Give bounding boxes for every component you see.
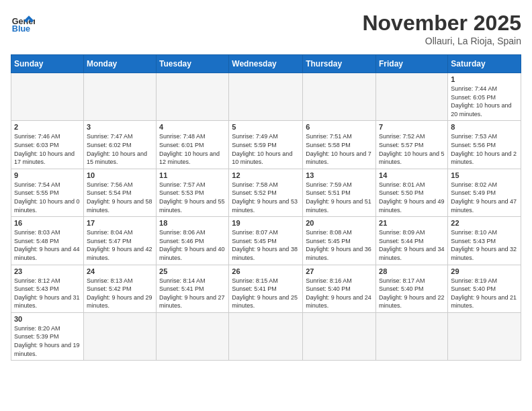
day-number: 13 [306, 171, 373, 179]
weekday-header-friday: Friday [376, 55, 448, 73]
calendar-cell [376, 312, 448, 360]
calendar-cell: 8Sunrise: 7:53 AM Sunset: 5:56 PM Daylig… [448, 121, 521, 169]
day-number: 22 [451, 219, 518, 227]
calendar-cell: 6Sunrise: 7:51 AM Sunset: 5:58 PM Daylig… [303, 121, 376, 169]
calendar-cell [303, 312, 376, 360]
calendar-cell: 9Sunrise: 7:54 AM Sunset: 5:55 PM Daylig… [11, 169, 84, 216]
day-info: Sunrise: 8:09 AM Sunset: 5:44 PM Dayligh… [379, 228, 445, 262]
calendar-cell: 7Sunrise: 7:52 AM Sunset: 5:57 PM Daylig… [376, 121, 448, 169]
day-info: Sunrise: 7:57 AM Sunset: 5:53 PM Dayligh… [159, 181, 226, 214]
calendar-cell: 18Sunrise: 8:06 AM Sunset: 5:46 PM Dayli… [157, 217, 229, 265]
day-info: Sunrise: 8:15 AM Sunset: 5:41 PM Dayligh… [232, 277, 300, 310]
day-number: 6 [306, 123, 373, 131]
day-info: Sunrise: 7:56 AM Sunset: 5:54 PM Dayligh… [87, 181, 153, 214]
calendar-cell: 5Sunrise: 7:49 AM Sunset: 5:59 PM Daylig… [229, 121, 303, 169]
day-info: Sunrise: 7:44 AM Sunset: 6:05 PM Dayligh… [451, 85, 518, 118]
day-info: Sunrise: 7:49 AM Sunset: 5:59 PM Dayligh… [232, 132, 300, 166]
title-block: November 2025 Ollauri, La Rioja, Spain [362, 11, 521, 46]
weekday-header-saturday: Saturday [448, 55, 521, 73]
day-number: 18 [159, 219, 226, 227]
day-info: Sunrise: 8:03 AM Sunset: 5:48 PM Dayligh… [14, 228, 81, 262]
calendar-week-3: 9Sunrise: 7:54 AM Sunset: 5:55 PM Daylig… [11, 169, 521, 216]
calendar-week-4: 16Sunrise: 8:03 AM Sunset: 5:48 PM Dayli… [11, 217, 521, 265]
calendar-cell [157, 73, 229, 121]
day-info: Sunrise: 8:10 AM Sunset: 5:43 PM Dayligh… [451, 228, 518, 262]
calendar-cell: 21Sunrise: 8:09 AM Sunset: 5:44 PM Dayli… [376, 217, 448, 265]
calendar-cell: 23Sunrise: 8:12 AM Sunset: 5:43 PM Dayli… [11, 265, 84, 312]
logo-icon: General Blue [11, 11, 35, 35]
calendar-cell: 26Sunrise: 8:15 AM Sunset: 5:41 PM Dayli… [229, 265, 303, 312]
calendar-cell: 17Sunrise: 8:04 AM Sunset: 5:47 PM Dayli… [83, 217, 156, 265]
calendar-cell: 19Sunrise: 8:07 AM Sunset: 5:45 PM Dayli… [229, 217, 303, 265]
day-number: 4 [159, 123, 226, 131]
day-info: Sunrise: 8:01 AM Sunset: 5:50 PM Dayligh… [379, 181, 445, 214]
day-info: Sunrise: 8:07 AM Sunset: 5:45 PM Dayligh… [232, 228, 300, 262]
day-number: 20 [306, 219, 373, 227]
svg-text:Blue: Blue [12, 24, 30, 34]
calendar-cell [11, 73, 84, 121]
calendar-cell: 20Sunrise: 8:08 AM Sunset: 5:45 PM Dayli… [303, 217, 376, 265]
calendar-cell: 24Sunrise: 8:13 AM Sunset: 5:42 PM Dayli… [83, 265, 156, 312]
weekday-header-thursday: Thursday [303, 55, 376, 73]
day-info: Sunrise: 7:54 AM Sunset: 5:55 PM Dayligh… [14, 181, 81, 214]
weekday-header-sunday: Sunday [11, 55, 84, 73]
day-number: 19 [232, 219, 300, 227]
calendar-cell: 13Sunrise: 7:59 AM Sunset: 5:51 PM Dayli… [303, 169, 376, 216]
calendar-cell [229, 73, 303, 121]
weekday-header-tuesday: Tuesday [157, 55, 229, 73]
day-number: 30 [14, 315, 81, 323]
calendar-cell: 11Sunrise: 7:57 AM Sunset: 5:53 PM Dayli… [157, 169, 229, 216]
day-number: 11 [159, 171, 226, 179]
calendar-cell [376, 73, 448, 121]
calendar-cell: 2Sunrise: 7:46 AM Sunset: 6:03 PM Daylig… [11, 121, 84, 169]
day-info: Sunrise: 8:20 AM Sunset: 5:39 PM Dayligh… [14, 324, 81, 358]
day-number: 26 [232, 267, 300, 275]
day-info: Sunrise: 8:06 AM Sunset: 5:46 PM Dayligh… [159, 228, 226, 262]
calendar-cell [303, 73, 376, 121]
day-info: Sunrise: 8:13 AM Sunset: 5:42 PM Dayligh… [87, 277, 153, 310]
logo: General Blue [11, 11, 35, 35]
day-number: 12 [232, 171, 300, 179]
calendar-cell: 3Sunrise: 7:47 AM Sunset: 6:02 PM Daylig… [83, 121, 156, 169]
calendar-week-1: 1Sunrise: 7:44 AM Sunset: 6:05 PM Daylig… [11, 73, 521, 121]
weekday-header-row: SundayMondayTuesdayWednesdayThursdayFrid… [11, 55, 521, 73]
weekday-header-monday: Monday [83, 55, 156, 73]
calendar-cell: 25Sunrise: 8:14 AM Sunset: 5:41 PM Dayli… [157, 265, 229, 312]
month-title: November 2025 [362, 11, 521, 36]
day-number: 5 [232, 123, 300, 131]
day-info: Sunrise: 7:48 AM Sunset: 6:01 PM Dayligh… [159, 132, 226, 166]
day-number: 9 [14, 171, 81, 179]
calendar-week-5: 23Sunrise: 8:12 AM Sunset: 5:43 PM Dayli… [11, 265, 521, 312]
day-number: 7 [379, 123, 445, 131]
calendar-cell: 28Sunrise: 8:17 AM Sunset: 5:40 PM Dayli… [376, 265, 448, 312]
day-number: 16 [14, 219, 81, 227]
day-info: Sunrise: 8:17 AM Sunset: 5:40 PM Dayligh… [379, 277, 445, 310]
day-info: Sunrise: 8:02 AM Sunset: 5:49 PM Dayligh… [451, 181, 518, 214]
day-info: Sunrise: 8:14 AM Sunset: 5:41 PM Dayligh… [159, 277, 226, 310]
day-info: Sunrise: 7:52 AM Sunset: 5:57 PM Dayligh… [379, 132, 445, 166]
page-header: General Blue November 2025 Ollauri, La R… [11, 11, 521, 46]
weekday-header-wednesday: Wednesday [229, 55, 303, 73]
day-number: 8 [451, 123, 518, 131]
day-number: 28 [379, 267, 445, 275]
day-number: 2 [14, 123, 81, 131]
day-info: Sunrise: 7:51 AM Sunset: 5:58 PM Dayligh… [306, 132, 373, 166]
calendar-cell: 30Sunrise: 8:20 AM Sunset: 5:39 PM Dayli… [11, 312, 84, 360]
calendar-table: SundayMondayTuesdayWednesdayThursdayFrid… [11, 54, 521, 361]
day-info: Sunrise: 8:16 AM Sunset: 5:40 PM Dayligh… [306, 277, 373, 310]
day-info: Sunrise: 8:19 AM Sunset: 5:40 PM Dayligh… [451, 277, 518, 310]
day-info: Sunrise: 8:12 AM Sunset: 5:43 PM Dayligh… [14, 277, 81, 310]
calendar-week-6: 30Sunrise: 8:20 AM Sunset: 5:39 PM Dayli… [11, 312, 521, 360]
day-number: 27 [306, 267, 373, 275]
calendar-week-2: 2Sunrise: 7:46 AM Sunset: 6:03 PM Daylig… [11, 121, 521, 169]
day-number: 15 [451, 171, 518, 179]
calendar-cell: 14Sunrise: 8:01 AM Sunset: 5:50 PM Dayli… [376, 169, 448, 216]
calendar-cell [229, 312, 303, 360]
calendar-cell [83, 73, 156, 121]
calendar-cell: 15Sunrise: 8:02 AM Sunset: 5:49 PM Dayli… [448, 169, 521, 216]
calendar-cell: 22Sunrise: 8:10 AM Sunset: 5:43 PM Dayli… [448, 217, 521, 265]
day-number: 17 [87, 219, 153, 227]
calendar-cell [448, 312, 521, 360]
day-info: Sunrise: 7:46 AM Sunset: 6:03 PM Dayligh… [14, 132, 81, 166]
day-number: 23 [14, 267, 81, 275]
